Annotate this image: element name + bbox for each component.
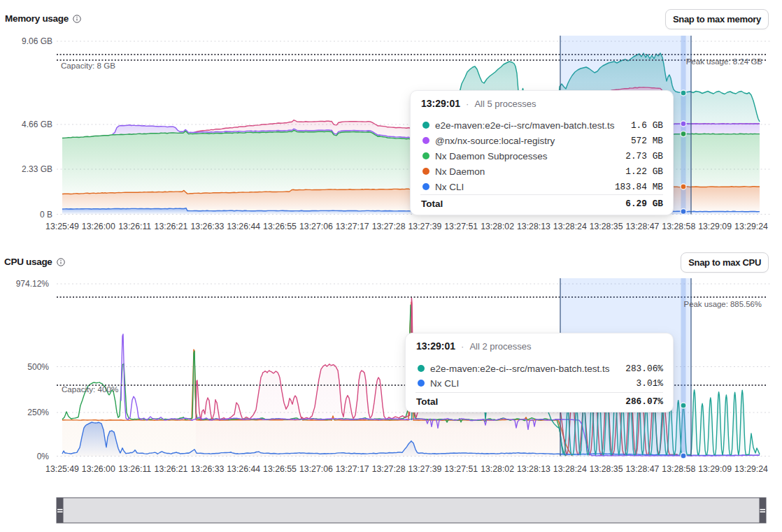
svg-text:13:27:17: 13:27:17	[336, 464, 369, 474]
svg-text:13:26:00: 13:26:00	[82, 464, 115, 474]
svg-text:13:27:51: 13:27:51	[444, 222, 478, 231]
svg-text:13:27:28: 13:27:28	[372, 464, 406, 474]
svg-text:13:28:35: 13:28:35	[590, 222, 623, 231]
svg-text:13:26:44: 13:26:44	[227, 222, 260, 231]
svg-text:13:29:09: 13:29:09	[698, 464, 732, 474]
svg-text:13:26:33: 13:26:33	[190, 464, 224, 474]
svg-text:13:29:24: 13:29:24	[734, 464, 768, 474]
svg-text:13:27:06: 13:27:06	[299, 464, 333, 474]
svg-text:13:29:24: 13:29:24	[734, 222, 768, 231]
svg-text:13:27:39: 13:27:39	[408, 222, 441, 231]
svg-text:0%: 0%	[37, 452, 50, 461]
svg-text:Capacity: 8 GB: Capacity: 8 GB	[61, 61, 115, 70]
svg-text:13:29:09: 13:29:09	[698, 222, 732, 231]
svg-text:2.33 GB: 2.33 GB	[22, 164, 52, 174]
svg-text:13:27:39: 13:27:39	[408, 464, 441, 474]
svg-text:13:28:13: 13:28:13	[517, 464, 550, 474]
svg-text:13:26:11: 13:26:11	[118, 464, 151, 474]
svg-text:13:28:13: 13:28:13	[517, 222, 550, 231]
svg-text:13:28:35: 13:28:35	[590, 464, 623, 474]
svg-text:13:28:24: 13:28:24	[553, 222, 587, 231]
svg-text:4.66 GB: 4.66 GB	[22, 120, 52, 129]
svg-text:13:28:58: 13:28:58	[662, 222, 695, 231]
svg-text:13:28:02: 13:28:02	[481, 464, 514, 474]
svg-text:13:26:21: 13:26:21	[155, 222, 188, 231]
svg-text:13:26:00: 13:26:00	[82, 222, 115, 231]
svg-text:Peak usage: 8.24 GB: Peak usage: 8.24 GB	[686, 57, 763, 66]
svg-text:13:26:21: 13:26:21	[155, 464, 188, 474]
svg-text:13:28:47: 13:28:47	[625, 464, 659, 474]
svg-text:13:28:58: 13:28:58	[662, 464, 695, 474]
svg-text:13:26:55: 13:26:55	[263, 464, 297, 474]
svg-text:250%: 250%	[27, 408, 49, 417]
svg-text:9.06 GB: 9.06 GB	[22, 36, 52, 46]
svg-text:13:26:11: 13:26:11	[118, 222, 151, 231]
svg-text:500%: 500%	[27, 362, 49, 372]
svg-text:13:26:44: 13:26:44	[227, 464, 260, 474]
svg-text:974.12%: 974.12%	[16, 279, 50, 289]
svg-text:13:27:17: 13:27:17	[336, 222, 369, 231]
svg-text:13:28:47: 13:28:47	[625, 222, 659, 231]
svg-text:13:25:49: 13:25:49	[45, 222, 79, 231]
svg-text:13:28:24: 13:28:24	[553, 464, 587, 474]
svg-text:13:25:49: 13:25:49	[45, 464, 79, 474]
svg-text:13:26:55: 13:26:55	[263, 222, 297, 231]
svg-text:Peak usage: 885.56%: Peak usage: 885.56%	[684, 300, 762, 308]
svg-text:13:27:06: 13:27:06	[299, 222, 333, 231]
svg-text:13:28:02: 13:28:02	[481, 222, 514, 231]
svg-text:0 B: 0 B	[40, 210, 52, 220]
svg-text:13:27:28: 13:27:28	[372, 222, 406, 231]
svg-text:Capacity: 400%: Capacity: 400%	[62, 384, 118, 394]
svg-text:13:26:33: 13:26:33	[190, 222, 224, 231]
svg-text:13:27:51: 13:27:51	[444, 464, 478, 474]
